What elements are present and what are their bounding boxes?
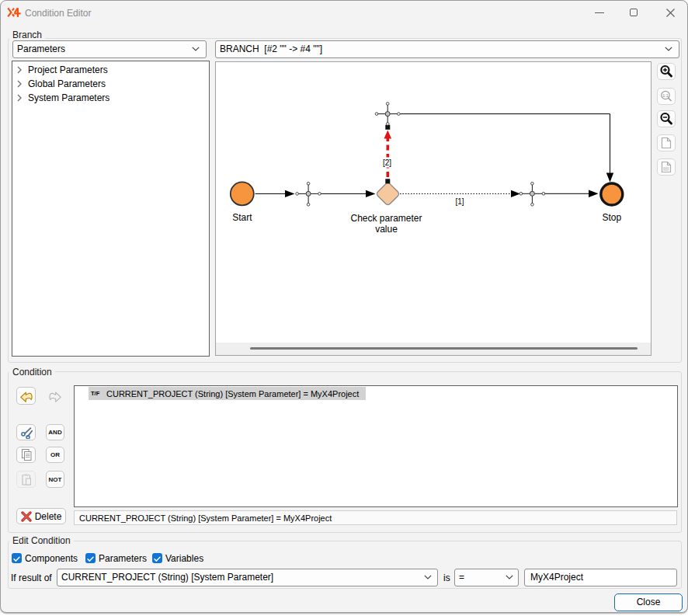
svg-text:Check parameter: Check parameter: [350, 213, 422, 224]
svg-text:value: value: [375, 224, 398, 235]
svg-text:[1]: [1]: [455, 197, 464, 206]
svg-text:1:1: 1:1: [662, 93, 669, 98]
svg-text:[2]: [2]: [383, 158, 391, 167]
svg-text:Stop: Stop: [602, 212, 621, 223]
svg-text:Start: Start: [232, 212, 252, 223]
